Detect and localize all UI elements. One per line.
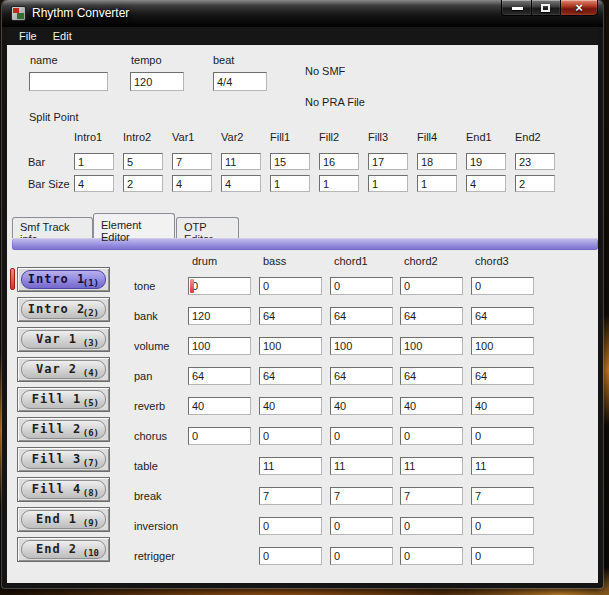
split-bar-input-6[interactable]	[368, 153, 408, 170]
reverb-drum-input[interactable]	[188, 397, 251, 415]
maximize-icon	[541, 4, 550, 12]
table-chord3-input[interactable]	[471, 457, 534, 475]
inversion-bass-input[interactable]	[259, 517, 322, 535]
split-barsize-input-3[interactable]	[221, 175, 261, 192]
tab-otp-editor[interactable]: OTP Editor	[176, 217, 239, 238]
row-label-reverb: reverb	[134, 400, 165, 412]
tab-smf-track-info[interactable]: Smf Track info	[12, 217, 93, 238]
volume-chord1-input[interactable]	[330, 337, 393, 355]
split-bar-input-7[interactable]	[417, 153, 457, 170]
split-barsize-input-4[interactable]	[270, 175, 310, 192]
split-barsize-input-7[interactable]	[417, 175, 457, 192]
pan-bass-input[interactable]	[259, 367, 322, 385]
volume-chord3-input[interactable]	[471, 337, 534, 355]
split-col-header-6: Fill3	[368, 131, 388, 143]
element-button-intro2[interactable]: Intro 2(2)	[17, 297, 110, 322]
inversion-chord2-input[interactable]	[400, 517, 463, 535]
tone-drum-input[interactable]	[188, 277, 251, 295]
retrigger-chord3-input[interactable]	[471, 547, 534, 565]
title-bar[interactable]: Rhythm Converter ×	[2, 0, 603, 27]
tone-chord2-input[interactable]	[400, 277, 463, 295]
chorus-chord2-input[interactable]	[400, 427, 463, 445]
menu-edit[interactable]: Edit	[45, 29, 80, 43]
break-bass-input[interactable]	[259, 487, 322, 505]
pan-drum-input[interactable]	[188, 367, 251, 385]
inversion-chord1-input[interactable]	[330, 517, 393, 535]
retrigger-chord1-input[interactable]	[330, 547, 393, 565]
break-chord1-input[interactable]	[330, 487, 393, 505]
reverb-chord2-input[interactable]	[400, 397, 463, 415]
reverb-chord3-input[interactable]	[471, 397, 534, 415]
menu-bar: File Edit	[7, 27, 598, 45]
chorus-drum-input[interactable]	[188, 427, 251, 445]
pan-chord1-input[interactable]	[330, 367, 393, 385]
retrigger-chord2-input[interactable]	[400, 547, 463, 565]
app-window: Rhythm Converter × File Edit name tempo …	[2, 0, 603, 588]
maximize-button[interactable]	[532, 0, 560, 16]
row-label-break: break	[134, 490, 162, 502]
bank-drum-input[interactable]	[188, 307, 251, 325]
pan-chord2-input[interactable]	[400, 367, 463, 385]
name-input[interactable]	[29, 72, 108, 91]
break-chord3-input[interactable]	[471, 487, 534, 505]
split-bar-input-1[interactable]	[123, 153, 163, 170]
volume-chord2-input[interactable]	[400, 337, 463, 355]
split-bar-input-0[interactable]	[74, 153, 114, 170]
element-button-end1[interactable]: End 1(9)	[17, 507, 110, 532]
split-bar-input-3[interactable]	[221, 153, 261, 170]
retrigger-bass-input[interactable]	[259, 547, 322, 565]
bank-chord2-input[interactable]	[400, 307, 463, 325]
tempo-input[interactable]	[130, 72, 184, 91]
smf-status: No SMF	[305, 65, 345, 77]
break-chord2-input[interactable]	[400, 487, 463, 505]
element-button-var2[interactable]: Var 2(4)	[17, 357, 110, 382]
menu-file[interactable]: File	[11, 29, 45, 43]
table-chord2-input[interactable]	[400, 457, 463, 475]
volume-drum-input[interactable]	[188, 337, 251, 355]
split-bar-input-8[interactable]	[466, 153, 506, 170]
reverb-chord1-input[interactable]	[330, 397, 393, 415]
row-label-volume: volume	[134, 340, 169, 352]
reverb-bass-input[interactable]	[259, 397, 322, 415]
element-button-fill4[interactable]: Fill 4(8)	[17, 477, 110, 502]
split-bar-input-4[interactable]	[270, 153, 310, 170]
row-label-chorus: chorus	[134, 430, 167, 442]
split-barsize-input-0[interactable]	[74, 175, 114, 192]
tone-chord3-input[interactable]	[471, 277, 534, 295]
element-button-fill2[interactable]: Fill 2(6)	[17, 417, 110, 442]
row-label-retrigger: retrigger	[134, 550, 175, 562]
bank-chord1-input[interactable]	[330, 307, 393, 325]
split-bar-input-2[interactable]	[172, 153, 212, 170]
element-button-var1[interactable]: Var 1(3)	[17, 327, 110, 352]
bar-row-label: Bar	[28, 156, 45, 168]
chorus-chord1-input[interactable]	[330, 427, 393, 445]
split-bar-input-9[interactable]	[515, 153, 555, 170]
tab-element-editor[interactable]: Element Editor	[93, 213, 175, 238]
split-barsize-input-6[interactable]	[368, 175, 408, 192]
close-button[interactable]: ×	[560, 0, 598, 16]
element-button-intro1[interactable]: Intro 1(1)	[17, 267, 110, 292]
split-barsize-input-1[interactable]	[123, 175, 163, 192]
chorus-bass-input[interactable]	[259, 427, 322, 445]
tone-chord1-input[interactable]	[330, 277, 393, 295]
bank-chord3-input[interactable]	[471, 307, 534, 325]
split-col-header-9: End2	[515, 131, 541, 143]
beat-input[interactable]	[213, 72, 267, 91]
split-barsize-input-8[interactable]	[466, 175, 506, 192]
inversion-chord3-input[interactable]	[471, 517, 534, 535]
element-button-fill1[interactable]: Fill 1(5)	[17, 387, 110, 412]
split-bar-input-5[interactable]	[319, 153, 359, 170]
volume-bass-input[interactable]	[259, 337, 322, 355]
pan-chord3-input[interactable]	[471, 367, 534, 385]
tone-bass-input[interactable]	[259, 277, 322, 295]
table-chord1-input[interactable]	[330, 457, 393, 475]
element-button-fill3[interactable]: Fill 3(7)	[17, 447, 110, 472]
table-bass-input[interactable]	[259, 457, 322, 475]
split-barsize-input-5[interactable]	[319, 175, 359, 192]
element-button-end2[interactable]: End 2(10	[17, 537, 110, 562]
minimize-button[interactable]	[501, 0, 532, 16]
split-barsize-input-9[interactable]	[515, 175, 555, 192]
bank-bass-input[interactable]	[259, 307, 322, 325]
chorus-chord3-input[interactable]	[471, 427, 534, 445]
split-barsize-input-2[interactable]	[172, 175, 212, 192]
